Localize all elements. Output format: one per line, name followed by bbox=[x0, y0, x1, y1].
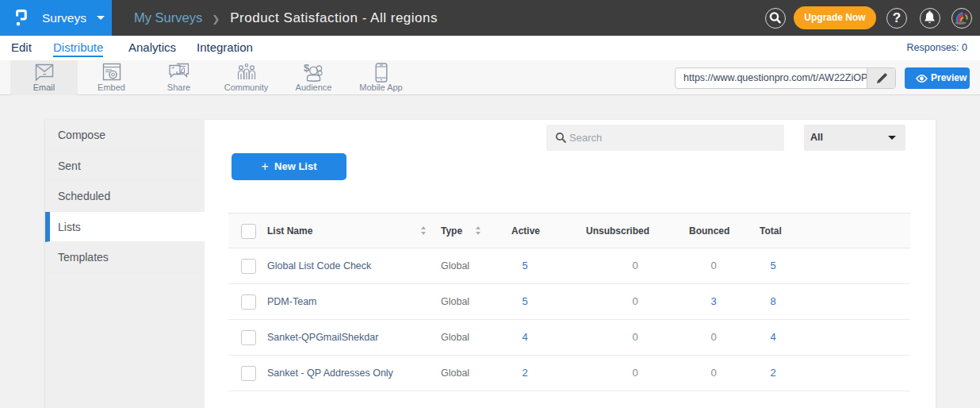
svg-text:$: $ bbox=[304, 63, 310, 74]
